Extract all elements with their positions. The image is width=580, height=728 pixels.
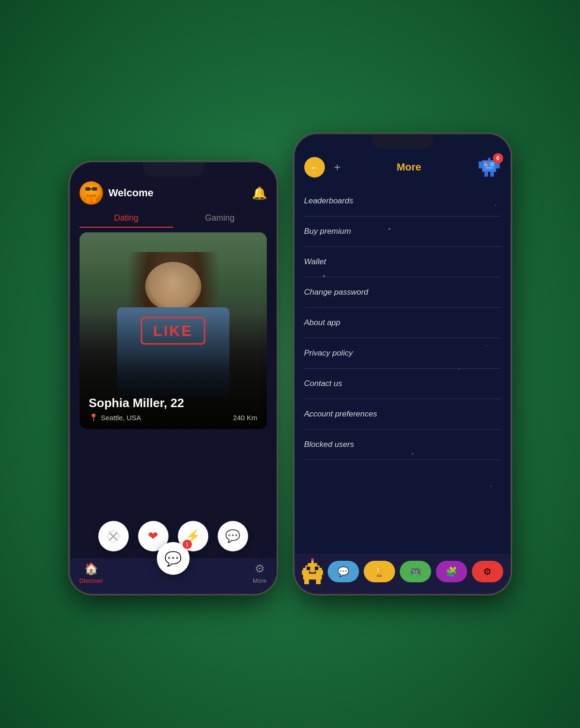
chat-badge: 1 (183, 540, 192, 549)
p1-title: Welcome (109, 187, 246, 199)
notification-badge: 0 (493, 153, 503, 163)
menu-item-about-app[interactable]: About app (304, 308, 501, 338)
phones-container: Welcome 🔔 Dating Gaming (70, 134, 510, 594)
nav-discover[interactable]: 🏠 Discover (80, 562, 103, 584)
svg-rect-22 (485, 172, 488, 177)
chat-icon: 💬 (164, 550, 182, 567)
robot-container: 0 (477, 156, 501, 179)
menu-item-blocked-users[interactable]: Blocked users (304, 430, 501, 460)
notch-2 (372, 134, 433, 149)
tab-dating[interactable]: Dating (80, 209, 173, 228)
svg-rect-18 (485, 167, 492, 169)
p2-title: More (348, 161, 470, 173)
p2-screen: ← + More (295, 134, 510, 594)
p1-card[interactable]: LIKE Sophia Miller, 22 📍 Seattle, USA 24… (80, 232, 267, 429)
phone-1-screen: Welcome 🔔 Dating Gaming (70, 163, 276, 594)
svg-rect-36 (302, 570, 304, 575)
tab-gaming[interactable]: Gaming (173, 209, 267, 228)
add-button[interactable]: + (334, 161, 341, 174)
menu-item-change-password[interactable]: Change password (304, 277, 501, 308)
dislike-button[interactable] (98, 521, 129, 551)
menu-item-wallet[interactable]: Wallet (304, 247, 501, 277)
p2-menu: Leaderboards Buy premium Wallet Change p… (295, 186, 510, 554)
bottom-chat-button[interactable]: 💬 (328, 561, 359, 582)
like-badge: LIKE (140, 317, 206, 345)
menu-item-account-preferences[interactable]: Account preferences (304, 399, 501, 430)
svg-rect-23 (490, 172, 494, 177)
svg-rect-10 (92, 198, 96, 202)
bell-icon: 🔔 (252, 186, 267, 201)
p1-bottom-nav: 🏠 Discover ⚙ More 💬 1 (70, 558, 276, 594)
svg-rect-4 (90, 188, 92, 190)
home-icon: 🏠 (84, 562, 98, 575)
svg-rect-34 (304, 579, 309, 584)
menu-item-buy-premium[interactable]: Buy premium (304, 216, 501, 247)
bottom-settings-button[interactable]: ⚙ (472, 561, 503, 582)
menu-item-contact-us[interactable]: Contact us (304, 369, 501, 399)
bottom-game-button[interactable]: 🎮 (400, 561, 431, 582)
p1-location: 📍 Seattle, USA 240 Km (89, 413, 257, 422)
svg-rect-2 (85, 187, 90, 191)
svg-rect-33 (311, 558, 314, 561)
svg-rect-32 (311, 561, 314, 563)
message-button[interactable]: 💬 (218, 521, 248, 551)
bottom-puzzle-button[interactable]: 🧩 (436, 561, 467, 582)
p1-tabs: Dating Gaming (70, 209, 276, 228)
svg-rect-28 (307, 567, 310, 571)
p1-card-info: Sophia Miller, 22 📍 Seattle, USA 240 Km (80, 389, 267, 429)
svg-rect-17 (490, 163, 494, 166)
gear-icon: ⚙ (255, 562, 265, 575)
p1-distance: 240 Km (233, 414, 257, 422)
avatar (80, 181, 103, 205)
svg-rect-8 (97, 188, 101, 195)
p2-bottom-robot (302, 558, 323, 584)
back-button[interactable]: ← (304, 157, 325, 178)
nav-more[interactable]: ⚙ More (253, 562, 267, 584)
svg-rect-31 (310, 572, 315, 573)
svg-rect-19 (488, 158, 490, 160)
svg-rect-7 (82, 188, 86, 195)
p2-bottom-nav: 💬 🏆 🎮 🧩 ⚙ (295, 554, 510, 594)
menu-item-leaderboards[interactable]: Leaderboards (304, 186, 501, 216)
location-icon: 📍 (89, 413, 98, 422)
menu-item-privacy-policy[interactable]: Privacy policy (304, 338, 501, 369)
p1-card-area: LIKE Sophia Miller, 22 📍 Seattle, USA 24… (70, 228, 276, 514)
chat-button[interactable]: 💬 1 (157, 542, 190, 575)
svg-rect-3 (92, 187, 97, 191)
notch-1 (143, 163, 204, 177)
svg-rect-6 (88, 194, 95, 196)
svg-rect-29 (315, 567, 318, 571)
bottom-trophy-button[interactable]: 🏆 (364, 561, 395, 582)
p1-city: Seattle, USA (101, 414, 141, 422)
more-label: More (253, 577, 267, 584)
svg-rect-20 (478, 162, 482, 169)
svg-rect-37 (321, 570, 323, 575)
p1-name: Sophia Miller, 22 (89, 396, 257, 410)
phone-1: Welcome 🔔 Dating Gaming (70, 163, 276, 594)
svg-rect-9 (87, 198, 90, 202)
svg-rect-35 (316, 579, 321, 584)
phone-2: ← + More (295, 134, 510, 594)
discover-label: Discover (80, 577, 103, 584)
